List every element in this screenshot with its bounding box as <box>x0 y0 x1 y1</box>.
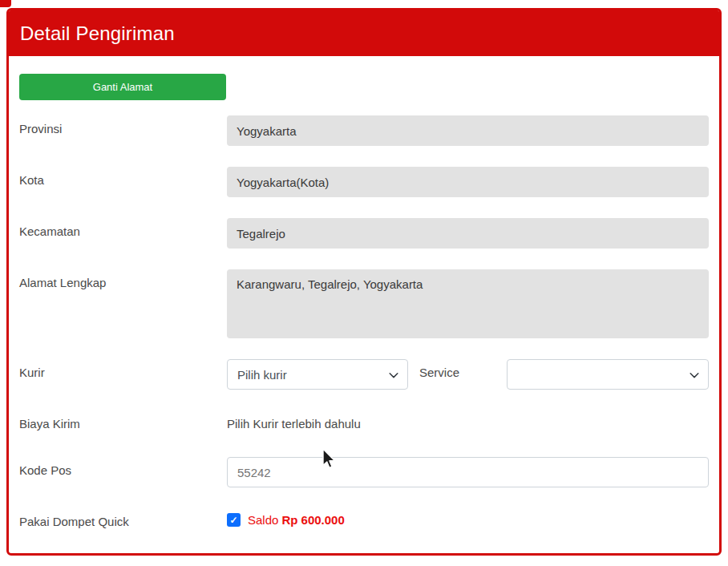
page-title: Detail Pengiriman <box>20 22 175 45</box>
alamat-lengkap-textarea: Karangwaru, Tegalrejo, Yogyakarta <box>227 269 709 338</box>
saldo-label: Saldo <box>248 513 278 527</box>
service-label: Service <box>419 359 459 379</box>
row-biaya-kirim: Biaya Kirim Pilih Kurir terlebih dahulu <box>19 410 709 436</box>
kode-pos-label: Kode Pos <box>19 457 227 487</box>
kurir-label: Kurir <box>19 359 227 390</box>
service-select[interactable] <box>507 359 709 390</box>
detail-pengiriman-card: Detail Pengiriman Ganti Alamat Provinsi … <box>6 8 722 556</box>
provinsi-label: Provinsi <box>19 115 227 146</box>
check-icon: ✓ <box>229 515 237 525</box>
kota-field: Yogyakarta(Kota) <box>227 167 709 197</box>
alamat-lengkap-label: Alamat Lengkap <box>19 269 227 338</box>
card-header: Detail Pengiriman <box>9 10 719 56</box>
kecamatan-label: Kecamatan <box>19 218 227 249</box>
provinsi-field: Yogyakarta <box>227 115 709 146</box>
row-kota: Kota Yogyakarta(Kota) <box>19 167 709 197</box>
chevron-down-icon <box>689 370 700 381</box>
kurir-select-value: Pilih kurir <box>237 368 287 382</box>
dompet-checkbox[interactable]: ✓ <box>227 513 241 527</box>
row-provinsi: Provinsi Yogyakarta <box>19 115 709 146</box>
kurir-select[interactable]: Pilih kurir <box>227 359 408 390</box>
kode-pos-input[interactable] <box>227 457 709 487</box>
kota-label: Kota <box>19 167 227 197</box>
row-dompet: Pakai Dompet Quick ✓ SaldoRp 600.000 <box>19 508 709 529</box>
saldo-text: SaldoRp 600.000 <box>248 513 345 527</box>
saldo-amount: Rp 600.000 <box>281 513 344 527</box>
biaya-kirim-label: Biaya Kirim <box>19 410 227 436</box>
row-kode-pos: Kode Pos <box>19 457 709 487</box>
biaya-kirim-value: Pilih Kurir terlebih dahulu <box>227 410 709 431</box>
row-kecamatan: Kecamatan Tegalrejo <box>19 218 709 249</box>
dompet-label: Pakai Dompet Quick <box>19 508 227 529</box>
row-kurir: Kurir Pilih kurir Service <box>19 359 709 390</box>
top-left-red-fragment <box>0 0 11 7</box>
change-address-button[interactable]: Ganti Alamat <box>19 74 226 100</box>
row-alamat-lengkap: Alamat Lengkap Karangwaru, Tegalrejo, Yo… <box>19 269 709 338</box>
card-body: Ganti Alamat Provinsi Yogyakarta Kota Yo… <box>9 56 719 529</box>
chevron-down-icon <box>388 370 399 381</box>
kecamatan-field: Tegalrejo <box>227 218 709 249</box>
